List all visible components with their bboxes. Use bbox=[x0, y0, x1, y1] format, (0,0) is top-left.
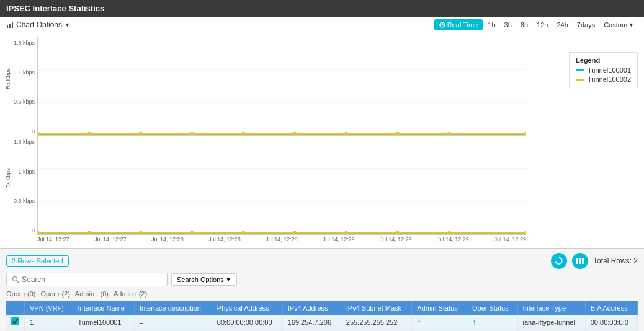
svg-line-5 bbox=[442, 25, 444, 25]
x-label-0: Jul 14, 12:27 bbox=[37, 236, 69, 242]
real-time-button[interactable]: Real Time bbox=[434, 19, 483, 30]
tx-axis-label: Tx Kbps bbox=[5, 168, 11, 188]
legend-item-1: Tunnel100002 bbox=[576, 76, 631, 83]
time-btn-12h[interactable]: 12h bbox=[533, 20, 552, 30]
svg-point-25 bbox=[87, 231, 91, 234]
tx-y-axis: Tx Kbps 1.5 kbps 1 kbps 0.5 kbps 0 bbox=[6, 136, 37, 235]
time-btn-24h[interactable]: 24h bbox=[553, 20, 571, 30]
chart-container: Legend Tunnel100001 Tunnel100002 Rx Kbps… bbox=[0, 33, 644, 248]
bottom-panel: 2 Rows Selected Total Rows: 2 bbox=[0, 248, 644, 331]
x-label-8: Jul 14, 12:29 bbox=[494, 236, 526, 242]
col-bia[interactable]: BIA Address bbox=[585, 301, 637, 315]
svg-point-13 bbox=[190, 132, 194, 135]
search-icon bbox=[12, 276, 19, 283]
filter-oper-down: Oper ↓ (0) bbox=[6, 290, 35, 298]
chevron-down-icon: ▼ bbox=[65, 22, 70, 28]
svg-point-14 bbox=[241, 132, 245, 135]
arrow-down-icon-2: ↓ bbox=[96, 290, 99, 298]
row-bia-0: 00:00:00:0:0 bbox=[585, 315, 637, 330]
admin-up-icon-0: ↑ bbox=[417, 317, 421, 327]
col-interface-type[interactable]: Interface Type bbox=[517, 301, 585, 315]
svg-point-32 bbox=[447, 231, 451, 234]
svg-point-33 bbox=[524, 231, 526, 234]
chart-options-button[interactable]: Chart Options ▼ bbox=[6, 20, 70, 29]
rx-tick-0: 1.5 kbps bbox=[14, 40, 35, 46]
col-oper-status[interactable]: Oper Status bbox=[467, 301, 518, 315]
columns-button[interactable] bbox=[572, 253, 588, 269]
col-admin-status[interactable]: Admin Status bbox=[412, 301, 467, 315]
time-btn-7days[interactable]: 7days bbox=[573, 20, 599, 30]
x-label-1: Jul 14, 12:27 bbox=[94, 236, 127, 242]
row-physical-0: 00:00:00:00:00:00 bbox=[212, 315, 282, 330]
custom-button[interactable]: Custom ▼ bbox=[600, 20, 638, 30]
x-label-2: Jul 14, 12:28 bbox=[151, 236, 184, 242]
svg-rect-37 bbox=[582, 258, 584, 264]
tx-tick-2: 0.5 kbps bbox=[14, 198, 35, 204]
svg-point-24 bbox=[38, 231, 40, 234]
svg-point-12 bbox=[139, 132, 143, 135]
col-ipv4[interactable]: IPv4 Address bbox=[282, 301, 341, 315]
table-row: 1 Tunnel100001 – 00:00:00:00:00:00 169.2… bbox=[6, 315, 638, 330]
svg-line-39 bbox=[17, 281, 19, 283]
row-type-0: iana-iftype-tunnel bbox=[517, 315, 585, 330]
tx-tick-3: 0 bbox=[32, 227, 35, 234]
svg-point-31 bbox=[396, 231, 400, 234]
svg-rect-35 bbox=[576, 258, 578, 264]
columns-icon bbox=[576, 257, 584, 265]
search-input-wrap[interactable] bbox=[6, 273, 168, 286]
time-btn-1h[interactable]: 1h bbox=[484, 20, 499, 30]
table-header-row: VPN (VRF) Interface Name Interface descr… bbox=[6, 301, 638, 315]
rx-chart-svg bbox=[38, 37, 526, 135]
x-label-4: Jul 14, 12:28 bbox=[266, 236, 298, 242]
search-options-label: Search Options bbox=[177, 276, 224, 283]
tx-tick-1: 1 kbps bbox=[18, 169, 35, 175]
search-bar: Search Options ▼ bbox=[6, 273, 638, 286]
x-label-5: Jul 14, 12:29 bbox=[323, 236, 355, 242]
toolbar: Chart Options ▼ Real Time 1h 3h 6h 12h 2… bbox=[0, 17, 644, 33]
svg-point-11 bbox=[87, 132, 91, 135]
checkbox-0[interactable] bbox=[11, 317, 19, 325]
legend-item-0: Tunnel100001 bbox=[576, 66, 631, 74]
realtime-icon bbox=[439, 22, 445, 28]
selected-badge: 2 Rows Selected bbox=[6, 255, 69, 267]
refresh-button[interactable] bbox=[551, 253, 567, 269]
svg-rect-1 bbox=[9, 24, 11, 28]
chevron-down-icon: ▼ bbox=[226, 276, 231, 283]
col-vpn[interactable]: VPN (VRF) bbox=[25, 301, 73, 315]
col-description[interactable]: Interface description bbox=[134, 301, 212, 315]
svg-point-26 bbox=[139, 231, 143, 234]
chart-options-label: Chart Options bbox=[16, 20, 62, 29]
custom-label: Custom bbox=[604, 21, 627, 29]
arrow-down-icon: ↓ bbox=[22, 290, 26, 298]
col-subnet[interactable]: IPv4 Subnet Mask bbox=[341, 301, 411, 315]
row-checkbox-0[interactable] bbox=[6, 315, 25, 330]
x-axis-labels: Jul 14, 12:27 Jul 14, 12:27 Jul 14, 12:2… bbox=[37, 235, 526, 245]
col-interface-name[interactable]: Interface Name bbox=[73, 301, 134, 315]
svg-point-15 bbox=[293, 132, 297, 135]
legend-color-1 bbox=[576, 79, 584, 81]
row-oper-0: ↑ bbox=[467, 315, 518, 330]
svg-rect-0 bbox=[7, 25, 8, 28]
svg-point-29 bbox=[293, 231, 297, 234]
svg-point-19 bbox=[524, 132, 526, 135]
time-buttons-group: Real Time 1h 3h 6h 12h 24h 7days Custom … bbox=[434, 19, 638, 30]
time-btn-6h[interactable]: 6h bbox=[517, 20, 532, 30]
filter-admin-up: Admin ↑ (2) bbox=[114, 290, 147, 298]
time-btn-3h[interactable]: 3h bbox=[501, 20, 516, 30]
search-options-button[interactable]: Search Options ▼ bbox=[171, 273, 237, 286]
tx-tick-0: 1.5 kbps bbox=[14, 139, 35, 145]
rx-axis-label: Rx Kbps bbox=[5, 68, 11, 89]
col-physical-address[interactable]: Physical Address bbox=[212, 301, 282, 315]
chevron-down-icon: ▼ bbox=[628, 22, 634, 28]
panel-toolbar: 2 Rows Selected Total Rows: 2 bbox=[6, 253, 638, 269]
svg-point-16 bbox=[344, 132, 348, 135]
svg-point-27 bbox=[190, 231, 194, 234]
svg-rect-2 bbox=[12, 22, 13, 28]
page-title: IPSEC Interface Statistics bbox=[6, 4, 104, 13]
x-label-7: Jul 14, 12:29 bbox=[437, 236, 469, 242]
row-interface-name-0: Tunnel100001 bbox=[73, 315, 134, 330]
search-input[interactable] bbox=[22, 275, 162, 284]
svg-point-10 bbox=[38, 132, 40, 135]
filter-oper-up: Oper ↑ (2) bbox=[40, 290, 69, 298]
svg-point-28 bbox=[241, 231, 245, 234]
